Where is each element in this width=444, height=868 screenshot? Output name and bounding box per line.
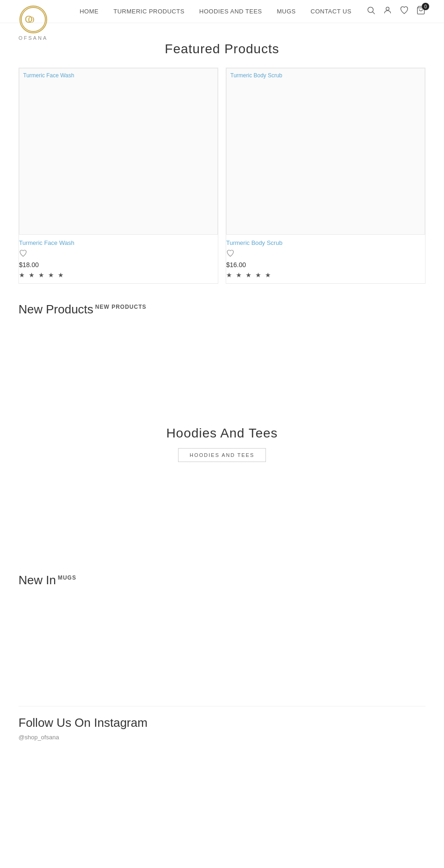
- svg-line-3: [373, 12, 375, 14]
- search-icon[interactable]: [366, 6, 376, 17]
- hoodies-tees-section: Hoodies And Tees HOODIES AND TEES: [18, 426, 426, 555]
- new-in-title-text: New In: [18, 573, 56, 587]
- product-name-face-wash[interactable]: Turmeric Face Wash: [19, 239, 218, 246]
- product-card-face-wash[interactable]: Turmeric Face Wash Turmeric Face Wash $1…: [18, 68, 218, 284]
- product-stars-body-scrub: ★ ★ ★ ★ ★: [226, 271, 425, 279]
- header-icons: 0: [366, 6, 426, 17]
- new-in-badge: MUGS: [58, 575, 76, 581]
- svg-point-4: [386, 7, 389, 10]
- product-stars-face-wash: ★ ★ ★ ★ ★: [19, 271, 218, 279]
- product-image-body-scrub: Turmeric Body Scrub: [226, 68, 425, 235]
- logo-svg: O: [20, 6, 46, 33]
- cart-icon[interactable]: 0: [416, 6, 426, 17]
- wishlist-icon[interactable]: [400, 6, 409, 17]
- instagram-handle[interactable]: @shop_ofsana: [18, 734, 426, 741]
- header: O OFSANA HOME TURMERIC PRODUCTS HOODIES …: [0, 0, 444, 23]
- new-in-title: New InMUGS: [18, 573, 426, 587]
- new-products-empty-area: [18, 324, 426, 407]
- product-image-label-body-scrub: Turmeric Body Scrub: [230, 72, 282, 79]
- product-card-body-scrub[interactable]: Turmeric Body Scrub Turmeric Body Scrub …: [226, 68, 426, 284]
- svg-point-2: [368, 7, 373, 12]
- instagram-title: Follow Us On Instagram: [18, 716, 426, 730]
- product-wishlist-face-wash[interactable]: [19, 249, 218, 259]
- product-name-body-scrub[interactable]: Turmeric Body Scrub: [226, 239, 425, 246]
- featured-products-section: Featured Products Turmeric Face Wash Tur…: [18, 42, 426, 284]
- new-products-title: New ProductsNEW PRODUCTS: [18, 302, 426, 317]
- logo-name-text: OFSANA: [18, 35, 48, 41]
- user-icon[interactable]: [383, 6, 392, 17]
- instagram-section: Follow Us On Instagram @shop_ofsana: [18, 706, 426, 741]
- product-price-body-scrub: $16.00: [226, 261, 425, 269]
- featured-products-title: Featured Products: [18, 42, 426, 56]
- nav-contact-us[interactable]: CONTACT US: [311, 8, 352, 15]
- product-info-body-scrub: Turmeric Body Scrub $16.00 ★ ★ ★ ★ ★: [226, 235, 425, 283]
- main-nav: HOME TURMERIC PRODUCTS HOODIES AND TEES …: [65, 8, 366, 15]
- product-image-label-face-wash: Turmeric Face Wash: [23, 72, 74, 79]
- nav-hoodies-and-tees[interactable]: HOODIES AND TEES: [199, 8, 262, 15]
- new-products-title-text: New Products: [18, 302, 93, 316]
- hoodies-tees-empty-area: [18, 471, 426, 555]
- new-in-section: New InMUGS: [18, 573, 426, 687]
- hoodies-tees-title: Hoodies And Tees: [18, 426, 426, 441]
- new-products-badge: NEW PRODUCTS: [95, 304, 147, 310]
- new-products-section: New ProductsNEW PRODUCTS: [18, 302, 426, 407]
- product-price-face-wash: $18.00: [19, 261, 218, 269]
- nav-mugs[interactable]: MUGS: [277, 8, 296, 15]
- logo[interactable]: O OFSANA: [18, 6, 48, 41]
- main-content: Featured Products Turmeric Face Wash Tur…: [0, 42, 444, 741]
- product-info-face-wash: Turmeric Face Wash $18.00 ★ ★ ★ ★ ★: [19, 235, 218, 283]
- new-in-empty-area: [18, 595, 426, 687]
- nav-home[interactable]: HOME: [80, 8, 99, 15]
- product-wishlist-body-scrub[interactable]: [226, 249, 425, 259]
- product-image-face-wash: Turmeric Face Wash: [19, 68, 218, 235]
- svg-text:O: O: [28, 15, 34, 25]
- products-grid: Turmeric Face Wash Turmeric Face Wash $1…: [18, 68, 426, 284]
- cart-count: 0: [422, 3, 429, 10]
- nav-turmeric-products[interactable]: TURMERIC PRODUCTS: [113, 8, 185, 15]
- logo-circle: O: [19, 6, 47, 33]
- hoodies-tees-button[interactable]: HOODIES AND TEES: [178, 448, 266, 462]
